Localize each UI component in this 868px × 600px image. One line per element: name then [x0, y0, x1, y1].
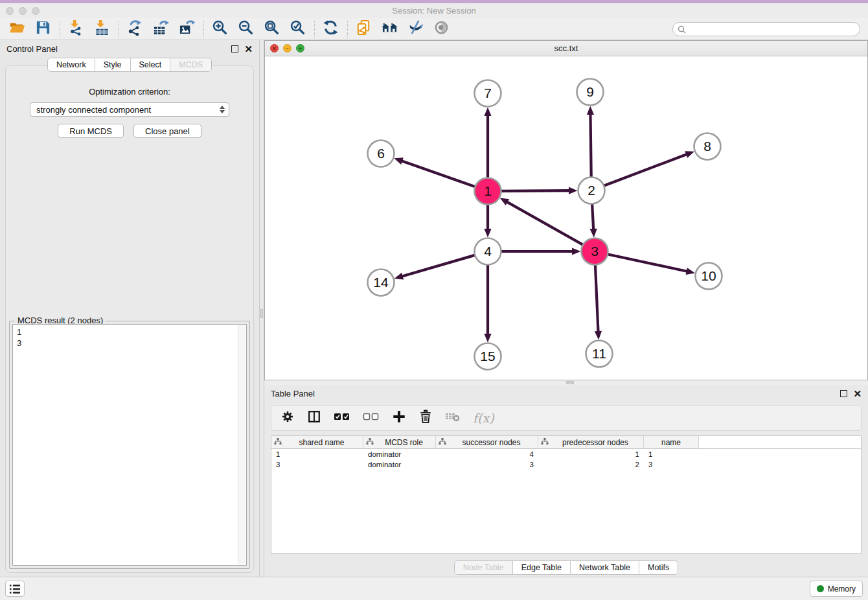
- float-table-panel-icon[interactable]: [840, 390, 847, 397]
- table-cell[interactable]: 1: [271, 450, 363, 458]
- network-close-button[interactable]: ×: [270, 44, 279, 52]
- edge-3-11[interactable]: [595, 262, 599, 332]
- edge-3-10[interactable]: [606, 254, 688, 271]
- save-button[interactable]: [32, 20, 53, 38]
- export-network-button[interactable]: [124, 20, 145, 38]
- edge-2-9[interactable]: [590, 113, 591, 179]
- column-header-name[interactable]: name: [644, 436, 699, 448]
- table-cell[interactable]: 2: [538, 461, 644, 468]
- table-cell[interactable]: 3: [436, 461, 538, 468]
- import-table-button[interactable]: [91, 20, 112, 38]
- home-button[interactable]: [379, 20, 400, 38]
- table-tab-edge-table[interactable]: Edge Table: [513, 561, 571, 574]
- control-panel: Control Panel ✕ NetworkStyleSelectMCDS O…: [0, 40, 259, 577]
- column-header-MCDS-role[interactable]: MCDS role: [363, 436, 436, 448]
- zoom-in-button[interactable]: [209, 20, 230, 38]
- import-network-button[interactable]: [65, 20, 86, 38]
- optimization-criterion-select[interactable]: strongly connected component: [30, 102, 229, 117]
- main-titlebar[interactable]: Session: New Session: [0, 3, 868, 18]
- control-panel-tab-style[interactable]: Style: [95, 58, 131, 71]
- column-header-successor-nodes[interactable]: successor nodes: [436, 436, 538, 448]
- column-type-icon: [274, 437, 282, 447]
- column-header-predecessor-nodes[interactable]: predecessor nodes: [538, 436, 644, 448]
- control-panel-tab-mcds[interactable]: MCDS: [170, 58, 211, 71]
- table-toolbar: f(x): [271, 405, 862, 431]
- table-cell[interactable]: 1: [644, 450, 699, 458]
- export-table-button[interactable]: [150, 20, 171, 38]
- toolbar-separator: [60, 21, 60, 38]
- open-button[interactable]: [6, 20, 27, 38]
- horizontal-splitter[interactable]: [264, 380, 868, 385]
- home-icon: [382, 19, 398, 38]
- edge-2-3[interactable]: [592, 202, 593, 230]
- run-mcds-button[interactable]: Run MCDS: [58, 124, 124, 138]
- close-panel-button[interactable]: Close panel: [133, 124, 201, 138]
- control-panel-header: Control Panel ✕: [0, 40, 259, 58]
- result-scrollbar[interactable]: [238, 325, 246, 564]
- table-tab-network-table[interactable]: Network Table: [571, 561, 639, 574]
- table-tab-motifs[interactable]: Motifs: [639, 561, 678, 574]
- float-panel-icon[interactable]: [231, 45, 238, 52]
- edge-1-6[interactable]: [401, 161, 477, 187]
- columns-button[interactable]: [307, 410, 321, 426]
- network-maximize-button[interactable]: +: [296, 44, 304, 52]
- table-tab-node-table[interactable]: Node Table: [455, 561, 513, 574]
- node-label-2: 2: [588, 183, 595, 198]
- network-graph[interactable]: 7968124314101511: [265, 56, 867, 380]
- network-window-title: scc.txt: [265, 43, 867, 53]
- close-table-panel-icon[interactable]: ✕: [853, 390, 862, 397]
- edge-2-8[interactable]: [602, 154, 687, 187]
- edge-3-1[interactable]: [507, 202, 585, 246]
- table-cell[interactable]: dominator: [363, 461, 436, 468]
- network-canvas[interactable]: 7968124314101511: [265, 56, 867, 380]
- delete-table-icon: [445, 410, 461, 426]
- table-cell[interactable]: dominator: [363, 450, 436, 458]
- vertical-splitter[interactable]: [259, 40, 264, 577]
- horizontal-splitter-grip[interactable]: [566, 381, 574, 384]
- refresh-button[interactable]: [320, 20, 341, 38]
- search-input[interactable]: [672, 22, 860, 36]
- table-row[interactable]: 1dominator411: [271, 449, 861, 459]
- network-minimize-button[interactable]: −: [283, 44, 291, 52]
- node-table[interactable]: shared nameMCDS rolesuccessor nodesprede…: [271, 435, 862, 554]
- zoom-fit-button[interactable]: [261, 20, 282, 38]
- settings-button[interactable]: [280, 410, 295, 426]
- table-cell[interactable]: 4: [436, 450, 538, 458]
- delete-button[interactable]: [418, 410, 433, 426]
- table-row[interactable]: 3dominator323: [271, 459, 861, 470]
- node-label-8: 8: [703, 139, 711, 154]
- hide-selected-button[interactable]: [405, 20, 426, 38]
- table-panel-title: Table Panel: [271, 389, 315, 398]
- show-all-button[interactable]: [431, 20, 451, 38]
- mcds-tab-content: Optimization criterion: strongly connect…: [5, 65, 254, 573]
- select-all-button[interactable]: [334, 411, 350, 424]
- edge-4-14[interactable]: [402, 255, 477, 277]
- table-cell[interactable]: 1: [538, 450, 644, 458]
- criterion-selected-value: strongly connected component: [36, 105, 220, 115]
- table-cell[interactable]: 3: [271, 461, 363, 468]
- splitter-grip[interactable]: [260, 309, 263, 318]
- node-label-3: 3: [591, 244, 599, 259]
- table-panel-header: Table Panel ✕: [264, 385, 868, 402]
- export-image-button[interactable]: [176, 20, 197, 38]
- node-label-10: 10: [701, 268, 716, 283]
- control-panel-tab-select[interactable]: Select: [131, 58, 171, 71]
- memory-button[interactable]: Memory: [810, 581, 863, 597]
- edge-1-2[interactable]: [499, 190, 570, 191]
- export-image-icon: [179, 19, 195, 38]
- column-header-shared-name[interactable]: shared name: [271, 436, 363, 448]
- zoom-selected-button[interactable]: [287, 20, 308, 38]
- select-stepper-icon: [220, 106, 225, 113]
- network-window-titlebar[interactable]: × − + scc.txt: [265, 41, 867, 56]
- add-button[interactable]: [392, 410, 406, 426]
- zoom-out-button[interactable]: [235, 20, 256, 38]
- task-history-button[interactable]: [5, 581, 25, 597]
- close-panel-icon[interactable]: ✕: [244, 45, 253, 52]
- table-cell[interactable]: 3: [644, 461, 699, 468]
- control-panel-title: Control Panel: [6, 44, 58, 54]
- mcds-result-list[interactable]: 13: [12, 324, 247, 566]
- column-type-icon: [366, 437, 374, 447]
- control-panel-tab-network[interactable]: Network: [48, 58, 95, 71]
- clone-network-button[interactable]: [353, 20, 374, 38]
- deselect-all-button[interactable]: [363, 411, 380, 424]
